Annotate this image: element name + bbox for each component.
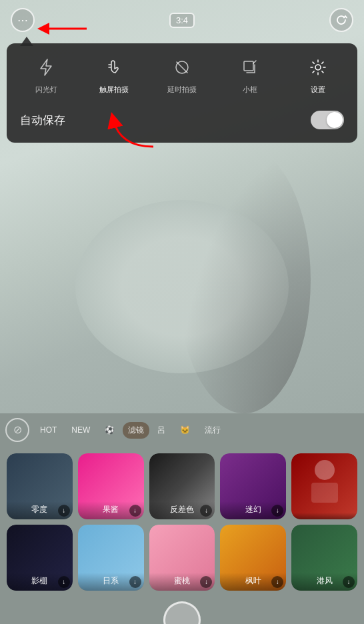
gear-icon bbox=[305, 54, 331, 81]
filter-app-yinpeng-download: ↓ bbox=[58, 576, 70, 588]
auto-save-label: 自动保存 bbox=[20, 113, 65, 128]
capture-area bbox=[0, 596, 364, 624]
svg-point-6 bbox=[315, 65, 321, 70]
filter-app-person-bg bbox=[291, 453, 357, 519]
flash-option[interactable]: 闪光灯 bbox=[23, 54, 69, 95]
settings-panel: 闪光灯 触屏拍摄 延时拍摄 bbox=[7, 43, 357, 143]
filter-cancel-button[interactable]: ⊘ bbox=[5, 418, 29, 442]
filter-tab-popular[interactable]: 流行 bbox=[198, 421, 227, 440]
touch-icon bbox=[101, 54, 127, 81]
filter-app-mihuan-download: ↓ bbox=[271, 505, 283, 517]
filter-app-mitao-download: ↓ bbox=[200, 576, 212, 588]
filter-app-gangfeng[interactable]: 港风 ↓ bbox=[291, 525, 357, 591]
filter-app-rixi-download: ↓ bbox=[129, 576, 141, 588]
timer-label: 延时拍摄 bbox=[167, 85, 197, 95]
filter-tabs: ⊘ HOT NEW ⚽ 滤镜 呂 🐱 流行 bbox=[0, 413, 364, 447]
filter-app-fancaise[interactable]: 反差色 ↓ bbox=[149, 453, 215, 519]
filter-tab-soccer[interactable]: ⚽ bbox=[98, 421, 121, 439]
frame-icon bbox=[237, 54, 263, 81]
frame-label: 小框 bbox=[243, 85, 257, 95]
timer-icon bbox=[169, 54, 195, 81]
flash-icon bbox=[33, 54, 59, 81]
filter-tab-lv[interactable]: 呂 bbox=[151, 421, 172, 440]
ratio-button[interactable]: 3:4 bbox=[169, 13, 195, 28]
filter-tab-cat[interactable]: 🐱 bbox=[173, 421, 197, 439]
refresh-icon bbox=[335, 13, 348, 27]
filter-grid-row1: 零度 ↓ 果酱 ↓ 反差色 ↓ 迷幻 ↓ bbox=[0, 447, 364, 525]
timer-option[interactable]: 延时拍摄 bbox=[159, 54, 205, 95]
filter-app-person-label bbox=[291, 513, 357, 519]
filter-app-mitao[interactable]: 蜜桃 ↓ bbox=[149, 525, 215, 591]
filter-tab-new[interactable]: NEW bbox=[65, 421, 97, 439]
refresh-button[interactable] bbox=[329, 8, 353, 32]
touch-capture-option[interactable]: 触屏拍摄 bbox=[91, 54, 137, 95]
auto-save-row: 自动保存 bbox=[12, 108, 352, 132]
capture-button[interactable] bbox=[163, 601, 201, 624]
filter-app-lingdu[interactable]: 零度 ↓ bbox=[7, 453, 73, 519]
menu-button[interactable]: ⋯ bbox=[11, 8, 35, 32]
filter-app-guojiang[interactable]: 果酱 ↓ bbox=[78, 453, 144, 519]
filter-app-guojiang-download: ↓ bbox=[129, 505, 141, 517]
auto-save-toggle[interactable] bbox=[311, 111, 344, 129]
filter-tab-hot[interactable]: HOT bbox=[33, 421, 63, 439]
gear-label: 设置 bbox=[311, 85, 325, 95]
annotation-arrow-top bbox=[37, 19, 90, 39]
settings-icons-row: 闪光灯 触屏拍摄 延时拍摄 bbox=[12, 54, 352, 95]
svg-line-3 bbox=[177, 62, 187, 73]
svg-rect-4 bbox=[244, 61, 253, 71]
gear-option[interactable]: 设置 bbox=[295, 54, 341, 95]
touch-capture-label: 触屏拍摄 bbox=[99, 85, 129, 95]
filter-grid-row2: 影棚 ↓ 日系 ↓ 蜜桃 ↓ 枫叶 ↓ 港风 ↓ bbox=[0, 525, 364, 596]
filter-app-mihuan[interactable]: 迷幻 ↓ bbox=[220, 453, 286, 519]
filter-app-gangfeng-download: ↓ bbox=[343, 576, 355, 588]
filter-app-person[interactable] bbox=[291, 453, 357, 519]
filter-app-rixi[interactable]: 日系 ↓ bbox=[78, 525, 144, 591]
bottom-area: ⊘ HOT NEW ⚽ 滤镜 呂 🐱 流行 零度 ↓ bbox=[0, 413, 364, 624]
annotation-arrow-panel bbox=[80, 100, 160, 156]
flash-label: 闪光灯 bbox=[35, 85, 57, 95]
frame-option[interactable]: 小框 bbox=[227, 54, 273, 95]
filter-app-fengye-download: ↓ bbox=[271, 576, 283, 588]
filter-app-yinpeng[interactable]: 影棚 ↓ bbox=[7, 525, 73, 591]
filter-app-lingdu-download: ↓ bbox=[58, 505, 70, 517]
filter-app-fengye[interactable]: 枫叶 ↓ bbox=[220, 525, 286, 591]
filter-tab-filter[interactable]: 滤镜 bbox=[123, 422, 149, 439]
